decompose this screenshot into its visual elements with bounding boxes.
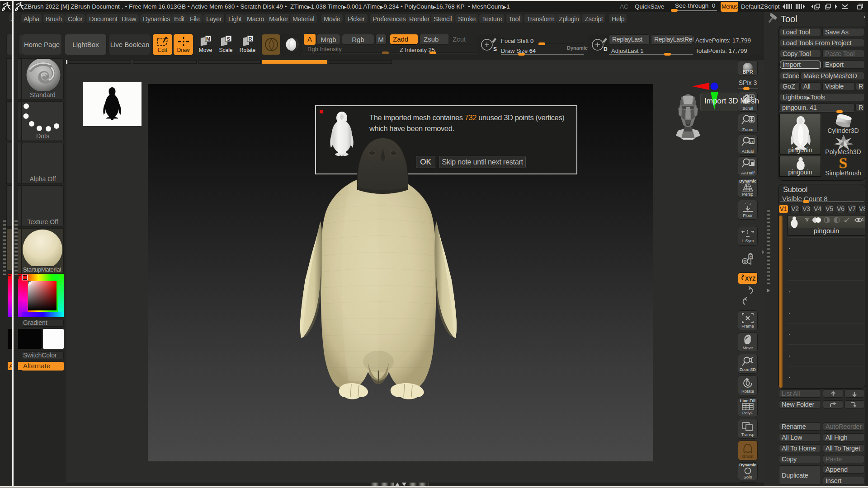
svg-text:x1: x1 — [750, 140, 754, 144]
svg-text:M: M — [206, 36, 210, 42]
svg-text:R: R — [249, 36, 252, 42]
svg-text:D: D — [604, 46, 608, 52]
svg-text:S: S — [227, 36, 230, 42]
svg-text:XYZ: XYZ — [745, 276, 755, 282]
svg-text:C: C — [750, 256, 752, 259]
svg-text:S: S — [493, 46, 497, 52]
svg-text:S: S — [839, 155, 848, 171]
